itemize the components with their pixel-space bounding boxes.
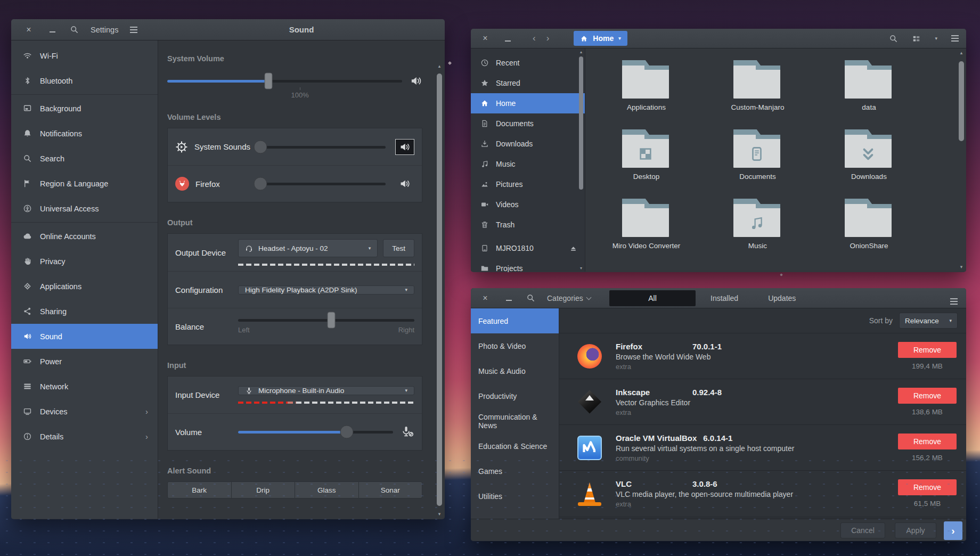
scroll-up-icon[interactable]: ▴: [438, 64, 441, 69]
app-row-firefox[interactable]: Firefox70.0.1-1 Browse the World Wide We…: [559, 333, 966, 379]
app-row-vlc[interactable]: VLC3.0.8-6 VLC media player, the open-so…: [559, 470, 966, 516]
menu-icon[interactable]: [950, 298, 958, 305]
category-music-audio[interactable]: Music & Audio: [471, 358, 559, 383]
speaker-icon[interactable]: [399, 178, 411, 190]
system-sounds-mute-button[interactable]: [395, 139, 414, 155]
files-sidebar-scrollbar[interactable]: ▴ ▾: [578, 50, 584, 271]
search-icon[interactable]: [889, 34, 898, 43]
category-games[interactable]: Games: [471, 459, 559, 484]
search-icon[interactable]: [526, 293, 535, 302]
folder-miro-video-converter[interactable]: Miro Video Converter: [591, 199, 702, 268]
folder-custom-manjaro[interactable]: Custom-Manjaro: [702, 60, 813, 129]
folder-desktop[interactable]: Desktop: [591, 129, 702, 199]
tab-all[interactable]: All: [609, 290, 696, 306]
sidebar-item-trash[interactable]: Trash: [471, 215, 585, 235]
categories-button[interactable]: Categories: [547, 294, 591, 302]
minimize-icon[interactable]: [502, 32, 513, 44]
input-volume-slider[interactable]: [238, 425, 393, 439]
system-volume-handle[interactable]: [264, 73, 272, 89]
alert-option-drip[interactable]: Drip: [231, 482, 295, 498]
view-options-icon[interactable]: [912, 34, 921, 43]
menu-icon[interactable]: [951, 35, 959, 42]
eject-icon[interactable]: [569, 244, 577, 252]
minimize-icon[interactable]: [46, 24, 58, 36]
sidebar-item-search[interactable]: Search: [11, 146, 158, 171]
sidebar-item-sound[interactable]: Sound: [11, 324, 158, 349]
sidebar-item-downloads[interactable]: Downloads: [471, 134, 585, 154]
sidebar-item-videos[interactable]: Videos: [471, 194, 585, 215]
settings-scrollbar[interactable]: ▴ ▾: [436, 64, 443, 517]
firefox-slider[interactable]: [255, 177, 386, 191]
sidebar-item-home[interactable]: Home: [471, 93, 585, 113]
configuration-dropdown[interactable]: High Fidelity Playback (A2DP Sink) ▾: [238, 285, 414, 295]
files-scrollbar[interactable]: ▴ ▾: [958, 51, 965, 269]
system-sounds-handle[interactable]: [254, 140, 267, 153]
apply-button[interactable]: Apply: [895, 522, 936, 538]
sidebar-item-mjro1810[interactable]: MJRO1810: [471, 238, 585, 258]
sidebar-item-recent[interactable]: Recent: [471, 53, 585, 73]
close-icon[interactable]: ×: [479, 32, 491, 44]
test-button[interactable]: Test: [383, 239, 414, 257]
view-dropdown-icon[interactable]: ▾: [935, 36, 937, 41]
input-device-dropdown[interactable]: Microphone - Built-in Audio ▾: [238, 386, 414, 395]
sidebar-item-music[interactable]: Music: [471, 154, 585, 174]
system-sounds-slider[interactable]: [255, 140, 386, 154]
folder-downloads[interactable]: Downloads: [813, 129, 925, 199]
alert-option-bark[interactable]: Bark: [168, 482, 231, 498]
scroll-down-icon[interactable]: ▾: [960, 265, 963, 269]
output-device-dropdown[interactable]: Headset - Aptoyu - 02 ▾: [238, 239, 378, 257]
forward-icon[interactable]: ›: [546, 33, 550, 44]
sort-dropdown[interactable]: Relevance ▾: [899, 313, 958, 329]
back-icon[interactable]: ‹: [533, 33, 536, 44]
sidebar-item-devices[interactable]: Devices›: [11, 399, 158, 424]
remove-button[interactable]: Remove: [898, 434, 957, 449]
alert-option-glass[interactable]: Glass: [295, 482, 358, 498]
input-volume-handle[interactable]: [340, 426, 353, 439]
category-utilities[interactable]: Utilities: [471, 484, 559, 509]
category-photo-video[interactable]: Photo & Video: [471, 333, 559, 358]
sidebar-item-wifi[interactable]: Wi-Fi: [11, 43, 158, 68]
system-volume-slider[interactable]: [167, 80, 402, 83]
tab-updates[interactable]: Updates: [753, 290, 811, 306]
folder-data[interactable]: data: [813, 60, 925, 129]
remove-button[interactable]: Remove: [898, 388, 957, 404]
app-row-inkscape[interactable]: Inkscape0.92.4-8 Vector Graphics Editor …: [559, 379, 966, 424]
folder-documents[interactable]: Documents: [702, 129, 813, 199]
balance-slider[interactable]: Left Right: [238, 316, 414, 337]
close-icon[interactable]: ×: [479, 292, 491, 304]
location-button[interactable]: Home ▾: [574, 31, 627, 46]
sidebar-item-bluetooth[interactable]: Bluetooth: [11, 68, 158, 93]
sidebar-item-details[interactable]: Details›: [11, 424, 158, 449]
folder-applications[interactable]: Applications: [591, 60, 702, 129]
microphone-muted-icon[interactable]: [401, 425, 414, 439]
sidebar-item-online-accounts[interactable]: Online Accounts: [11, 224, 158, 249]
close-icon[interactable]: ×: [23, 24, 35, 36]
scroll-up-icon[interactable]: ▴: [580, 50, 582, 54]
cancel-button[interactable]: Cancel: [840, 522, 885, 538]
firefox-handle[interactable]: [254, 177, 267, 191]
sidebar-item-applications[interactable]: Applications: [11, 274, 158, 299]
alert-option-sonar[interactable]: Sonar: [358, 482, 422, 498]
sidebar-item-pictures[interactable]: Pictures: [471, 174, 585, 194]
sidebar-item-network[interactable]: Network: [11, 374, 158, 399]
app-row-virtualbox[interactable]: Oracle VM VirtualBox6.0.14-1 Run several…: [559, 424, 966, 470]
remove-button[interactable]: Remove: [898, 342, 957, 358]
next-page-button[interactable]: ›: [944, 521, 962, 540]
folder-music[interactable]: Music: [702, 199, 813, 268]
tab-installed[interactable]: Installed: [696, 290, 753, 306]
sidebar-item-region-language[interactable]: Region & Language: [11, 171, 158, 196]
scrollbar-thumb[interactable]: [579, 56, 583, 190]
scrollbar-thumb[interactable]: [437, 73, 442, 506]
scroll-up-icon[interactable]: ▴: [960, 51, 963, 55]
category-productivity[interactable]: Productivity: [471, 383, 559, 408]
search-icon[interactable]: [70, 25, 79, 34]
category-education-science[interactable]: Education & Science: [471, 434, 559, 459]
sidebar-item-universal-access[interactable]: Universal Access: [11, 196, 158, 221]
category-featured[interactable]: Featured: [471, 308, 559, 333]
scroll-down-icon[interactable]: ▾: [438, 512, 441, 517]
sidebar-item-privacy[interactable]: Privacy: [11, 249, 158, 274]
sidebar-item-background[interactable]: Background: [11, 96, 158, 121]
menu-icon[interactable]: [130, 27, 137, 33]
sidebar-item-sharing[interactable]: Sharing: [11, 299, 158, 324]
folder-onionshare[interactable]: OnionShare: [813, 199, 925, 268]
